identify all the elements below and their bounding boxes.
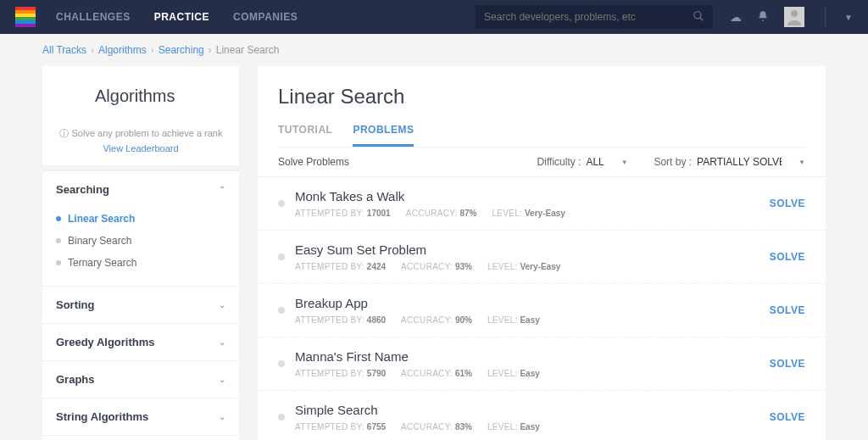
sidebar-title: Algorithms bbox=[95, 86, 175, 106]
solve-button[interactable]: SOLVE bbox=[770, 251, 805, 263]
sidebar-item-linear-search[interactable]: Linear Search bbox=[56, 208, 225, 230]
problem-title: Breakup App bbox=[295, 296, 770, 310]
tab-problems[interactable]: PROBLEMS bbox=[353, 124, 414, 147]
search-wrap bbox=[476, 5, 713, 29]
top-nav: CHALLENGESPRACTICECOMPANIES ☁ ▼ bbox=[0, 0, 868, 34]
chevron-down-icon: ⌄ bbox=[219, 412, 225, 421]
info-icon: ⓘ bbox=[59, 128, 69, 138]
sidebar-section-sorting[interactable]: Sorting⌄ bbox=[42, 287, 239, 323]
sidebar-card: Algorithms ⓘSolve any problem to achieve… bbox=[42, 66, 239, 165]
sidebar-section-string-algorithms[interactable]: String Algorithms⌄ bbox=[42, 398, 239, 435]
main-panel: Linear Search TUTORIALPROBLEMS Solve Pro… bbox=[258, 66, 826, 440]
nav-link-practice[interactable]: PRACTICE bbox=[154, 11, 209, 23]
cloud-icon[interactable]: ☁ bbox=[730, 10, 742, 24]
sidebar-item-ternary-search[interactable]: Ternary Search bbox=[56, 252, 225, 274]
chevron-down-icon: ▼ bbox=[621, 159, 628, 166]
status-dot bbox=[278, 307, 285, 314]
problem-meta: ATTEMPTED BY: 5790ACCURACY: 61%LEVEL: Ea… bbox=[295, 369, 770, 378]
problem-title: Manna's First Name bbox=[295, 349, 770, 364]
nav-links: CHALLENGESPRACTICECOMPANIES bbox=[56, 11, 298, 23]
svg-line-1 bbox=[700, 17, 704, 20]
breadcrumb: All Tracks›Algorithms›Searching›Linear S… bbox=[0, 34, 868, 66]
avatar[interactable] bbox=[784, 7, 804, 27]
filter-row: Solve Problems Difficulty : ALL▼ Sort by… bbox=[258, 148, 826, 177]
nav-link-companies[interactable]: COMPANIES bbox=[233, 11, 298, 23]
sidebar-nav: Searching⌃Linear SearchBinary SearchTern… bbox=[42, 170, 239, 440]
algorithms-icon bbox=[56, 81, 85, 110]
svg-point-0 bbox=[694, 11, 701, 18]
problem-row[interactable]: Monk Takes a WalkATTEMPTED BY: 17001ACCU… bbox=[258, 177, 826, 231]
status-dot bbox=[278, 200, 285, 207]
solve-problems-label: Solve Problems bbox=[278, 156, 349, 168]
breadcrumb-sep: › bbox=[91, 44, 94, 56]
status-dot bbox=[278, 414, 285, 421]
view-leaderboard-link[interactable]: View Leaderboard bbox=[56, 143, 225, 153]
chevron-down-icon: ⌄ bbox=[219, 337, 225, 347]
problem-title: Monk Takes a Walk bbox=[295, 189, 770, 203]
search-input[interactable] bbox=[484, 11, 693, 23]
problem-row[interactable]: Breakup AppATTEMPTED BY: 4860ACCURACY: 9… bbox=[258, 284, 826, 337]
problem-row[interactable]: Simple SearchATTEMPTED BY: 6755ACCURACY:… bbox=[258, 391, 826, 440]
breadcrumb-link[interactable]: Searching bbox=[159, 44, 204, 56]
search-icon[interactable] bbox=[693, 10, 704, 25]
problem-row[interactable]: Easy Sum Set ProblemATTEMPTED BY: 2424AC… bbox=[258, 231, 826, 284]
breadcrumb-sep: › bbox=[151, 44, 154, 56]
problem-row[interactable]: Manna's First NameATTEMPTED BY: 5790ACCU… bbox=[258, 337, 826, 391]
problem-meta: ATTEMPTED BY: 2424ACCURACY: 93%LEVEL: Ve… bbox=[295, 262, 770, 271]
sort-dropdown[interactable]: PARTIALLY SOLVED▼ bbox=[697, 156, 805, 168]
tab-tutorial[interactable]: TUTORIAL bbox=[278, 124, 332, 147]
problem-title: Easy Sum Set Problem bbox=[295, 242, 770, 257]
solve-button[interactable]: SOLVE bbox=[770, 304, 805, 316]
solve-button[interactable]: SOLVE bbox=[770, 358, 805, 370]
rank-hint: ⓘSolve any problem to achieve a rank bbox=[56, 127, 225, 140]
sort-label: Sort by : bbox=[654, 156, 692, 168]
difficulty-label: Difficulty : bbox=[537, 156, 581, 168]
logo[interactable] bbox=[15, 7, 36, 27]
chevron-down-icon: ⌄ bbox=[219, 375, 225, 384]
solve-button[interactable]: SOLVE bbox=[770, 411, 805, 423]
breadcrumb-sep: › bbox=[209, 44, 212, 56]
breadcrumb-current: Linear Search bbox=[216, 44, 280, 56]
difficulty-dropdown[interactable]: ALL▼ bbox=[586, 156, 628, 168]
problem-title: Simple Search bbox=[295, 403, 770, 417]
page-title: Linear Search bbox=[278, 85, 805, 109]
chevron-down-icon: ⌄ bbox=[219, 300, 225, 309]
tabs: TUTORIALPROBLEMS bbox=[278, 124, 805, 148]
status-dot bbox=[278, 360, 285, 367]
problem-meta: ATTEMPTED BY: 4860ACCURACY: 90%LEVEL: Ea… bbox=[295, 315, 770, 325]
svg-point-2 bbox=[791, 10, 798, 17]
problem-meta: ATTEMPTED BY: 6755ACCURACY: 83%LEVEL: Ea… bbox=[295, 422, 770, 432]
sidebar-section-greedy-algorithms[interactable]: Greedy Algorithms⌄ bbox=[42, 324, 239, 360]
nav-link-challenges[interactable]: CHALLENGES bbox=[56, 11, 131, 23]
sidebar-item-binary-search[interactable]: Binary Search bbox=[56, 230, 225, 252]
status-dot bbox=[278, 253, 285, 260]
user-menu-caret[interactable]: ▼ bbox=[844, 13, 853, 22]
sidebar-section-searching[interactable]: Searching⌃ bbox=[42, 171, 239, 208]
breadcrumb-link[interactable]: Algorithms bbox=[98, 44, 147, 56]
bell-icon[interactable] bbox=[757, 10, 769, 25]
sidebar-section-dynamic-programming[interactable]: Dynamic Programming⌄ bbox=[42, 436, 239, 440]
problem-meta: ATTEMPTED BY: 17001ACCURACY: 87%LEVEL: V… bbox=[295, 209, 770, 218]
breadcrumb-link[interactable]: All Tracks bbox=[42, 44, 86, 56]
divider bbox=[825, 7, 826, 27]
solve-button[interactable]: SOLVE bbox=[770, 198, 805, 209]
sidebar-section-graphs[interactable]: Graphs⌄ bbox=[42, 361, 239, 398]
chevron-up-icon: ⌃ bbox=[219, 185, 225, 194]
chevron-down-icon: ▼ bbox=[798, 159, 805, 166]
